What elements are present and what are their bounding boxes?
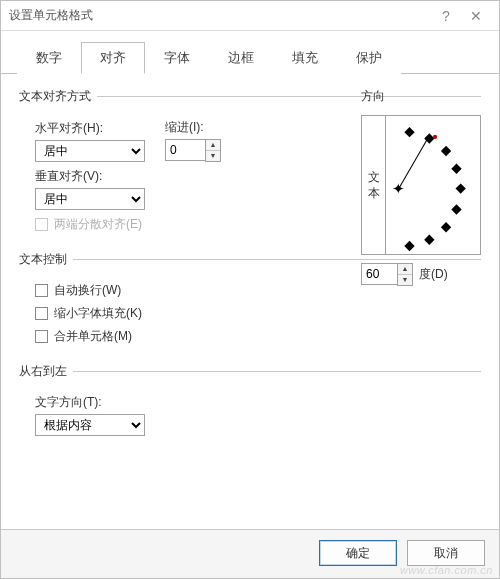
spinner-degrees[interactable]: ▲ ▼ <box>361 263 413 286</box>
tab-border[interactable]: 边框 <box>209 42 273 74</box>
svg-rect-7 <box>424 235 434 245</box>
combo-horizontal-align[interactable]: 居中 <box>35 140 145 162</box>
help-button[interactable]: ? <box>431 8 461 24</box>
window-title: 设置单元格格式 <box>9 7 431 24</box>
titlebar: 设置单元格格式 ? ✕ <box>1 1 499 31</box>
tab-protection[interactable]: 保护 <box>337 42 401 74</box>
tab-strip: 数字 对齐 字体 边框 填充 保护 <box>1 31 499 74</box>
label-wrap-text: 自动换行(W) <box>54 282 121 299</box>
svg-rect-2 <box>441 146 451 156</box>
label-justify-distributed: 两端分散对齐(E) <box>54 216 142 233</box>
orientation-dial[interactable]: ✦ <box>386 116 480 254</box>
input-degrees[interactable] <box>361 263 397 285</box>
svg-text:✦: ✦ <box>392 181 405 197</box>
input-indent[interactable] <box>165 139 205 161</box>
ok-button[interactable]: 确定 <box>319 540 397 566</box>
group-orientation-wrap: 方向 文 本 <box>361 88 481 286</box>
spinner-degrees-buttons[interactable]: ▲ ▼ <box>397 263 413 286</box>
orientation-vertical-text[interactable]: 文 本 <box>362 116 386 254</box>
label-text-direction: 文字方向(T): <box>35 394 481 411</box>
legend-orientation: 方向 <box>361 88 391 105</box>
cancel-button[interactable]: 取消 <box>407 540 485 566</box>
label-horizontal-align: 水平对齐(H): <box>35 120 145 137</box>
orientation-preview[interactable]: 文 本 <box>361 115 481 255</box>
tab-font[interactable]: 字体 <box>145 42 209 74</box>
tab-alignment[interactable]: 对齐 <box>81 42 145 74</box>
label-merge-cells: 合并单元格(M) <box>54 328 132 345</box>
dialog-window: 设置单元格格式 ? ✕ 数字 对齐 字体 边框 填充 保护 文本对齐方式 水平对… <box>0 0 500 579</box>
label-indent: 缩进(I): <box>165 119 221 136</box>
checkbox-shrink-to-fit[interactable] <box>35 307 48 320</box>
spin-up-icon[interactable]: ▲ <box>398 264 412 275</box>
label-shrink-to-fit: 缩小字体填充(K) <box>54 305 142 322</box>
spinner-indent[interactable]: ▲ ▼ <box>165 139 221 162</box>
legend-text-alignment: 文本对齐方式 <box>19 88 97 105</box>
close-button[interactable]: ✕ <box>461 8 491 24</box>
svg-rect-1 <box>451 164 461 174</box>
label-degrees: 度(D) <box>419 266 448 283</box>
orientation-vtext-char1: 文 <box>368 169 380 185</box>
legend-text-control: 文本控制 <box>19 251 73 268</box>
combo-text-direction[interactable]: 根据内容 <box>35 414 145 436</box>
orientation-dial-svg: ✦ <box>386 116 480 262</box>
svg-rect-8 <box>404 241 414 251</box>
spin-down-icon[interactable]: ▼ <box>206 151 220 161</box>
tab-number[interactable]: 数字 <box>17 42 81 74</box>
svg-rect-4 <box>404 127 414 137</box>
checkbox-wrap-text[interactable] <box>35 284 48 297</box>
spin-up-icon[interactable]: ▲ <box>206 140 220 151</box>
checkbox-merge-cells[interactable] <box>35 330 48 343</box>
combo-vertical-align[interactable]: 居中 <box>35 188 145 210</box>
legend-right-to-left: 从右到左 <box>19 363 73 380</box>
spinner-indent-buttons[interactable]: ▲ ▼ <box>205 139 221 162</box>
dialog-footer: 确定 取消 <box>1 529 499 578</box>
svg-rect-0 <box>455 183 465 193</box>
orientation-vtext-char2: 本 <box>368 185 380 201</box>
dialog-body: 文本对齐方式 水平对齐(H): 居中 缩进(I): <box>1 74 499 529</box>
tab-fill[interactable]: 填充 <box>273 42 337 74</box>
svg-rect-6 <box>441 222 451 232</box>
checkbox-justify-distributed <box>35 218 48 231</box>
spin-down-icon[interactable]: ▼ <box>398 275 412 285</box>
svg-rect-5 <box>451 204 461 214</box>
group-orientation: 方向 文 本 <box>361 88 481 286</box>
svg-point-10 <box>433 135 437 139</box>
group-right-to-left: 从右到左 文字方向(T): 根据内容 <box>19 363 481 440</box>
